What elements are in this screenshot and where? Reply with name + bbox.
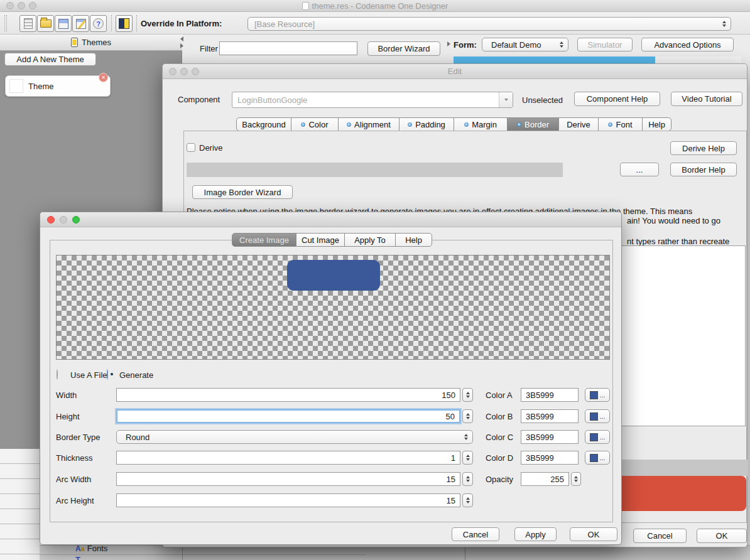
close-icon: ✕ (101, 75, 106, 80)
open-resource-button[interactable] (37, 15, 54, 32)
wizard-tabs: Create Image Cut Image Apply To Help (232, 233, 432, 247)
splitter-collapse-right-icon[interactable] (180, 43, 183, 48)
tab-font[interactable]: Font (598, 117, 643, 131)
tab-cut-image[interactable]: Cut Image (296, 233, 345, 247)
dialog-ok-button[interactable]: OK (570, 527, 617, 541)
main-window-title: theme.res - Codename One Designer (312, 1, 448, 11)
fonts-icon: Aa (75, 544, 85, 553)
opacity-input[interactable]: 255 (521, 472, 569, 486)
component-combobox[interactable]: LoginButtonGoogle (232, 92, 513, 108)
wizard-notice-fragment: nt types rather than recreate (627, 237, 729, 246)
color-a-input[interactable]: 3B5999 (521, 388, 579, 402)
splitter-arrow-icon[interactable] (447, 41, 450, 46)
generate-radio[interactable] (107, 369, 108, 380)
exit-button[interactable] (116, 15, 133, 32)
color-a-picker-button[interactable]: ... (585, 388, 610, 402)
color-c-picker-button[interactable]: ... (585, 430, 610, 444)
tab-help[interactable]: Help (642, 117, 671, 131)
opacity-label: Opacity (486, 475, 513, 484)
thickness-label: Thickness (56, 453, 93, 463)
dialog-apply-button[interactable]: Apply (514, 527, 557, 541)
dialog-titlebar (40, 212, 621, 227)
video-tutorial-button[interactable]: Video Tutorial (671, 92, 742, 106)
edit-cancel-button[interactable]: Cancel (633, 529, 687, 543)
help-button[interactable]: ? (90, 15, 107, 32)
theme-close-badge[interactable]: ✕ (99, 73, 108, 82)
border-more-button[interactable]: ... (620, 163, 659, 176)
toolbar-handle[interactable] (4, 15, 5, 31)
tab-padding[interactable]: Padding (399, 117, 454, 131)
color-b-picker-button[interactable]: ... (585, 409, 610, 423)
height-input[interactable]: 50 (116, 409, 460, 423)
tab-margin[interactable]: Margin (454, 117, 508, 131)
width-stepper[interactable] (462, 388, 473, 402)
color-d-picker-button[interactable]: ... (585, 451, 610, 465)
component-help-button[interactable]: Component Help (574, 92, 660, 106)
border-type-select[interactable]: Round (116, 430, 473, 444)
thickness-stepper[interactable] (462, 451, 473, 465)
tab-help[interactable]: Help (395, 233, 432, 247)
form-select[interactable]: Default Demo (482, 38, 568, 51)
derive-help-button[interactable]: Derive Help (670, 141, 737, 155)
tab-border[interactable]: Border (507, 117, 559, 131)
tab-alignment[interactable]: Alignment (338, 117, 399, 131)
tab-create-image[interactable]: Create Image (232, 233, 296, 247)
desktop: theme.res - Codename One Designer ? Over… (0, 0, 750, 560)
arc-width-input[interactable]: 15 (116, 472, 460, 486)
derive-checkbox-label: Derive (199, 143, 223, 153)
close-button[interactable] (47, 216, 55, 223)
combo-arrow-button[interactable] (499, 92, 513, 107)
add-new-theme-button[interactable]: Add A New Theme (4, 53, 96, 66)
image-border-wizard-button[interactable]: Image Border Wizard (192, 185, 293, 199)
arc-height-input[interactable]: 15 (116, 493, 460, 507)
edit-resource-button[interactable] (72, 15, 89, 32)
zoom-button[interactable] (72, 216, 80, 223)
splitter-collapse-left-icon[interactable] (180, 36, 183, 41)
main-titlebar: theme.res - Codename One Designer (0, 0, 750, 12)
border-wizard-button[interactable]: Border Wizard (367, 41, 440, 56)
border-value-bar (187, 163, 563, 177)
opacity-stepper[interactable] (571, 472, 581, 486)
minimize-button[interactable] (60, 216, 67, 223)
dialog-cancel-button[interactable]: Cancel (452, 527, 499, 541)
derive-checkbox[interactable] (187, 143, 195, 152)
tab-derive[interactable]: Derive (558, 117, 599, 131)
modified-dot-icon (517, 122, 521, 127)
tab-apply-to[interactable]: Apply To (344, 233, 396, 247)
fonts-tree-item[interactable]: Aa Fonts (75, 544, 107, 553)
border-help-button[interactable]: Border Help (670, 163, 737, 176)
simulator-button[interactable]: Simulator (577, 38, 633, 51)
panel-divider (465, 547, 465, 560)
open-folder-icon (40, 19, 52, 28)
modified-dot-icon (408, 122, 412, 127)
image-border-wizard-dialog: Create Image Cut Image Apply To Help Use… (40, 212, 622, 545)
color-d-input[interactable]: 3B5999 (521, 451, 579, 465)
toolbar-handle[interactable] (6, 15, 7, 31)
override-platform-combobox[interactable]: [Base Resource] (247, 17, 731, 31)
edit-ok-button[interactable]: OK (697, 529, 747, 543)
color-b-label: Color B (486, 412, 513, 421)
use-a-file-radio[interactable] (57, 369, 58, 380)
theme-list-item[interactable]: Theme (5, 75, 111, 97)
height-stepper[interactable] (462, 409, 473, 423)
thickness-input[interactable]: 1 (116, 451, 460, 465)
image-preview-canvas[interactable] (56, 255, 610, 360)
toolbar-separator (136, 15, 137, 31)
arc-height-stepper[interactable] (462, 493, 473, 507)
partial-tree-item[interactable]: T (75, 555, 80, 560)
tab-color[interactable]: Color (291, 117, 339, 131)
color-c-input[interactable]: 3B5999 (521, 430, 579, 444)
filter-label: Filter (200, 44, 218, 53)
generate-label: Generate (119, 370, 153, 380)
edit-titlebar: Edit (163, 64, 747, 79)
filter-input[interactable] (219, 41, 357, 55)
color-b-input[interactable]: 3B5999 (521, 409, 579, 423)
width-input[interactable]: 150 (116, 388, 460, 402)
advanced-options-button[interactable]: Advanced Options (641, 38, 734, 51)
new-resource-button[interactable] (19, 15, 36, 32)
arc-width-stepper[interactable] (462, 472, 473, 486)
color-swatch-icon (590, 433, 598, 441)
color-d-label: Color D (486, 453, 513, 463)
save-resource-button[interactable] (55, 15, 72, 32)
tab-background[interactable]: Background (236, 117, 291, 131)
